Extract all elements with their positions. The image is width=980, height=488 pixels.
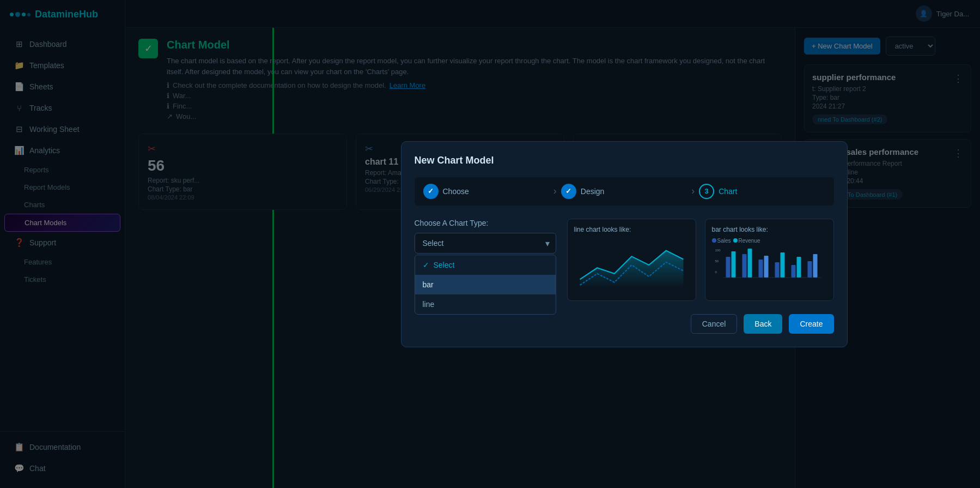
step-choose: ✓ Choose (423, 184, 549, 199)
step-arrow-1: › (553, 185, 557, 197)
modal-title: New Chart Model (415, 155, 834, 166)
new-chart-modal: New Chart Model ✓ Choose › ✓ Design › 3 … (401, 141, 848, 347)
svg-rect-10 (775, 262, 779, 278)
step-arrow-2: › (691, 185, 695, 197)
svg-rect-9 (764, 256, 768, 278)
step-chart-icon: 3 (699, 184, 714, 199)
create-button[interactable]: Create (789, 314, 833, 334)
svg-rect-13 (796, 257, 801, 278)
cancel-button[interactable]: Cancel (691, 314, 738, 334)
svg-text:0: 0 (715, 270, 717, 274)
svg-rect-7 (747, 249, 752, 278)
form-left: Choose A Chart Type: Select bar line ▾ ✓… (415, 219, 556, 301)
back-button-label: Back (754, 320, 771, 328)
dropdown-option-select[interactable]: ✓ Select (415, 255, 556, 275)
step-design-icon: ✓ (561, 184, 576, 199)
form-section: Choose A Chart Type: Select bar line ▾ ✓… (415, 219, 834, 301)
form-label: Choose A Chart Type: (415, 219, 556, 227)
checkmark-icon: ✓ (423, 261, 429, 269)
line-chart-svg (574, 238, 689, 292)
bar-chart-preview-title: bar chart looks like: (712, 226, 827, 233)
svg-rect-4 (726, 257, 730, 278)
svg-rect-11 (780, 252, 784, 278)
dropdown-label-line: line (423, 300, 435, 309)
step-design: ✓ Design (561, 184, 687, 199)
back-button[interactable]: Back (744, 314, 782, 334)
svg-rect-15 (813, 254, 817, 278)
dropdown-option-bar[interactable]: bar (415, 275, 556, 294)
chart-type-select-wrapper: Select bar line ▾ ✓ Select bar line (415, 233, 556, 254)
step-chart: 3 Chart (699, 184, 825, 199)
svg-rect-5 (731, 251, 735, 278)
svg-rect-6 (742, 254, 746, 278)
step-choose-label: Choose (443, 187, 469, 196)
svg-text:50: 50 (715, 260, 719, 263)
chart-type-select[interactable]: Select bar line (415, 233, 556, 254)
svg-rect-12 (791, 265, 795, 278)
chart-previews: line chart looks like: bar chart looks l… (567, 219, 834, 301)
line-chart-preview: line chart looks like: (567, 219, 696, 301)
chart-type-dropdown: ✓ Select bar line (415, 255, 556, 315)
step-chart-label: Chart (719, 187, 737, 196)
cancel-button-label: Cancel (702, 320, 726, 328)
create-button-label: Create (800, 320, 823, 328)
step-choose-icon: ✓ (423, 184, 439, 199)
dropdown-option-line[interactable]: line (415, 294, 556, 314)
bar-chart-preview: bar chart looks like: Sales Revenue 100 … (705, 219, 834, 301)
line-chart-preview-title: line chart looks like: (574, 226, 689, 233)
svg-text:100: 100 (715, 249, 721, 252)
modal-footer: Cancel Back Create (415, 314, 834, 334)
dropdown-label-select: Select (434, 261, 455, 269)
steps-container: ✓ Choose › ✓ Design › 3 Chart (415, 177, 834, 206)
step-design-label: Design (581, 187, 605, 196)
svg-rect-8 (758, 260, 763, 278)
dropdown-label-bar: bar (423, 280, 434, 289)
svg-rect-14 (807, 261, 812, 278)
bar-chart-svg: 100 50 0 (712, 246, 827, 290)
